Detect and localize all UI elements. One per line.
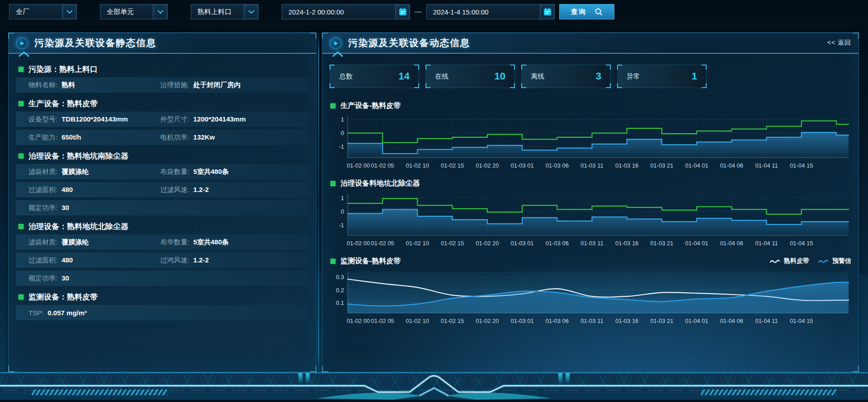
- kv-cell: 滤袋材质:覆膜涤纶: [28, 168, 160, 176]
- unit-select[interactable]: 全部单元: [100, 4, 168, 19]
- svg-text:01-04 06: 01-04 06: [720, 162, 743, 169]
- kv-value: TDB1200*204143mm: [61, 115, 128, 123]
- section-title: 治理设备：熟料地坑南除尘器: [16, 148, 309, 164]
- chart-title: 治理设备料地坑北除尘器: [330, 177, 851, 190]
- section-title-text: 治理设备：熟料地坑北除尘器: [28, 221, 128, 232]
- panel-corner: [322, 33, 328, 39]
- chart-block-2: 治理设备料地坑北除尘器10-101-02 0001-02 0501-02 100…: [330, 177, 851, 249]
- kv-cell: 物料名称:熟料: [28, 81, 160, 89]
- info-section: 监测设备：熟料皮带TSP:0.057 mg/m³: [16, 289, 309, 320]
- end-date-value: 2024-1-4 15:00:00: [433, 8, 489, 16]
- chart-svg: 10-101-02 0001-02 0501-02 1001-02 1501-0…: [330, 190, 851, 249]
- info-section: 治理设备：熟料地坑北除尘器滤袋材质:覆膜涤纶布华数量:5室共480条过滤面积:4…: [16, 218, 309, 286]
- search-button-label: 查询: [571, 8, 586, 16]
- play-icon: ▶: [16, 37, 28, 49]
- stat-value: 10: [495, 70, 505, 82]
- panel-corner: [853, 366, 859, 372]
- corner-bracket: [330, 65, 335, 70]
- chart-svg: 10-101-02 0001-02 0501-02 1001-02 1501-0…: [330, 112, 851, 171]
- svg-text:01-04 01: 01-04 01: [685, 240, 708, 247]
- green-square-icon: [19, 67, 24, 72]
- kv-label: 额定功率:: [28, 204, 57, 212]
- kv-value: 1.2-2: [193, 186, 209, 193]
- chart-title-text: 监测设备-熟料皮带: [340, 257, 401, 266]
- legend-item[interactable]: 熟料皮带: [770, 257, 809, 265]
- svg-text:01-03 11: 01-03 11: [580, 318, 603, 324]
- section-title: 生产设备：熟料皮带: [16, 95, 309, 112]
- plant-select[interactable]: 全厂: [9, 4, 77, 19]
- green-square-icon: [19, 101, 24, 106]
- section-title-text: 生产设备：熟料皮带: [28, 98, 98, 109]
- svg-text:01-03 06: 01-03 06: [546, 162, 569, 169]
- section-title-text: 治理设备：熟料地坑南除尘器: [28, 151, 128, 161]
- svg-text:01-04 06: 01-04 06: [720, 318, 743, 324]
- wave-icon: [770, 258, 781, 264]
- green-square-icon: [330, 103, 335, 108]
- kv-label: 滤袋材质:: [28, 238, 57, 247]
- svg-text:01-03 11: 01-03 11: [580, 240, 603, 247]
- green-square-icon: [330, 259, 335, 264]
- kv-label: 滤袋材质:: [28, 168, 57, 176]
- kv-row: 过滤面积:480过滤风速:1.2-2: [16, 182, 309, 197]
- panel-corner: [853, 33, 859, 39]
- end-date-input[interactable]: 2024-1-4 15:00:00: [426, 4, 555, 19]
- kv-cell: 生产能力:650t/h: [28, 133, 160, 142]
- footer-ornament: [0, 372, 868, 402]
- kv-row: TSP:0.057 mg/m³: [16, 305, 309, 320]
- svg-text:01-02 10: 01-02 10: [406, 162, 429, 169]
- svg-text:01-02 10: 01-02 10: [406, 318, 429, 324]
- dynamic-panel-title: 污染源及关联设备动态信息: [348, 37, 470, 49]
- search-button[interactable]: 查询: [559, 4, 614, 19]
- plant-select-value: 全厂: [16, 8, 29, 16]
- panel-corner: [310, 33, 316, 39]
- kv-label: 外型尺寸:: [160, 115, 189, 124]
- svg-text:01-02 15: 01-02 15: [441, 162, 464, 169]
- green-square-icon: [19, 154, 24, 159]
- svg-text:01-04 11: 01-04 11: [755, 318, 778, 324]
- stat-card-2[interactable]: 在线10: [425, 65, 515, 88]
- calendar-icon[interactable]: [395, 5, 410, 19]
- kv-row: 额定功率:30: [16, 200, 309, 215]
- kv-value: 480: [61, 256, 73, 264]
- svg-text:01-02 20: 01-02 20: [476, 318, 499, 324]
- svg-text:0.2: 0.2: [336, 287, 344, 294]
- svg-text:01-03 06: 01-03 06: [546, 318, 569, 324]
- calendar-icon[interactable]: [540, 5, 554, 19]
- chevron-down-icon[interactable]: [62, 5, 76, 19]
- chart-legend: 熟料皮带预警信: [770, 257, 851, 265]
- stat-card-1[interactable]: 总数14: [330, 65, 419, 88]
- svg-text:01-02 00: 01-02 00: [347, 162, 370, 169]
- section-title: 治理设备：熟料地坑北除尘器: [16, 218, 309, 234]
- chart-title-text: 治理设备料地坑北除尘器: [340, 179, 420, 188]
- kv-label: TSP:: [28, 309, 43, 317]
- start-date-input[interactable]: 2024-1-2 00:00:00: [282, 4, 410, 19]
- stat-card-3[interactable]: 离线3: [521, 65, 611, 88]
- chevron-down-icon[interactable]: [244, 5, 258, 19]
- static-info-panel: ▶ 污染源及关联设备静态信息 污染源：熟料上料口物料名称:熟料治理措施:处于封闭…: [8, 33, 316, 372]
- kv-label: 设备型号:: [28, 115, 57, 124]
- svg-text:01-02 00: 01-02 00: [347, 240, 370, 247]
- svg-text:01-02 20: 01-02 20: [476, 240, 499, 247]
- back-button[interactable]: << 返回: [827, 39, 851, 47]
- kv-cell: 电机功率:132Kw: [160, 133, 292, 142]
- kv-row: 过滤面积:480过鸿风速:1.2-2: [16, 252, 309, 268]
- green-square-icon: [19, 224, 24, 229]
- kv-row: 设备型号:TDB1200*204143mm外型尺寸:1200*204143mm: [16, 112, 309, 127]
- kv-cell: 过滤面积:480: [28, 256, 160, 265]
- corner-bracket: [617, 83, 622, 88]
- svg-text:1: 1: [341, 195, 344, 201]
- kv-value: 480: [61, 186, 73, 193]
- legend-item[interactable]: 预警信: [818, 257, 851, 265]
- kv-cell: 过滤风速:1.2-2: [160, 186, 292, 194]
- kv-value: 132Kw: [193, 133, 215, 141]
- svg-text:01-02 05: 01-02 05: [371, 318, 394, 324]
- corner-bracket: [510, 65, 515, 70]
- stat-card-4[interactable]: 异常1: [617, 65, 707, 88]
- kv-cell: 额定功率:30: [28, 274, 160, 283]
- stat-label: 离线: [531, 72, 544, 81]
- kv-row: 额定功率:30: [16, 271, 309, 286]
- chevron-down-icon[interactable]: [153, 5, 167, 19]
- kv-label: 物料名称:: [28, 81, 57, 89]
- source-select[interactable]: 熟料上料口: [191, 4, 259, 19]
- svg-text:01-03 01: 01-03 01: [510, 318, 533, 324]
